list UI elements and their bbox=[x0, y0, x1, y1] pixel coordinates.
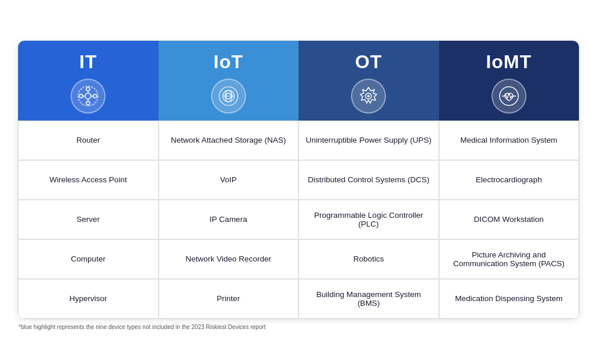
footnote: *blue highlight represents the nine devi… bbox=[17, 324, 266, 330]
cell-it-2: Wireless Access Point bbox=[18, 160, 159, 200]
svg-point-9 bbox=[78, 86, 98, 106]
cell-it-5: Hypervisor bbox=[18, 279, 159, 319]
cell-iot-2: VoIP bbox=[159, 160, 299, 200]
cell-it-3: Server bbox=[18, 200, 159, 239]
svg-point-4 bbox=[93, 94, 97, 98]
header-iomt: IoMT bbox=[439, 41, 580, 121]
cell-iomt-4: Picture Archiving and Communication Syst… bbox=[439, 239, 580, 279]
iot-icon bbox=[211, 79, 246, 114]
header-iot-title: IoT bbox=[213, 51, 243, 73]
cell-ot-3: Programmable Logic Controller (PLC) bbox=[298, 200, 439, 239]
data-grid: Router Network Attached Storage (NAS) Un… bbox=[18, 121, 579, 319]
svg-point-16 bbox=[367, 95, 370, 97]
cell-iot-4: Network Video Recorder bbox=[159, 239, 299, 279]
cell-ot-4: Robotics bbox=[298, 239, 439, 279]
header-iomt-title: IoMT bbox=[486, 51, 532, 73]
cell-iot-3: IP Camera bbox=[159, 200, 299, 239]
cell-ot-1: Uninterruptible Power Supply (UPS) bbox=[298, 121, 439, 160]
page-wrapper: IT bbox=[0, 0, 597, 364]
svg-point-1 bbox=[86, 87, 90, 91]
cell-ot-2: Distributed Control Systems (DCS) bbox=[298, 160, 439, 200]
cell-iomt-2: Electrocardiograph bbox=[439, 160, 580, 200]
cell-iot-1: Network Attached Storage (NAS) bbox=[159, 121, 299, 160]
header-it: IT bbox=[18, 41, 159, 121]
header-row: IT bbox=[18, 41, 579, 121]
header-iot: IoT bbox=[159, 41, 299, 121]
svg-point-3 bbox=[79, 94, 83, 98]
cell-ot-5: Building Management System (BMS) bbox=[298, 279, 439, 319]
cell-it-4: Computer bbox=[18, 239, 159, 279]
header-it-title: IT bbox=[79, 51, 97, 73]
cell-iomt-1: Medical Information System bbox=[439, 121, 580, 160]
cell-iomt-5: Medication Dispensing System bbox=[439, 279, 580, 319]
header-ot-title: OT bbox=[355, 51, 382, 73]
cell-it-1: Router bbox=[18, 121, 159, 160]
cell-iomt-3: DICOM Workstation bbox=[439, 200, 580, 239]
header-ot: OT bbox=[298, 41, 439, 121]
svg-point-2 bbox=[86, 101, 90, 105]
cell-iot-5: Printer bbox=[159, 279, 299, 319]
svg-point-0 bbox=[85, 93, 91, 99]
it-icon bbox=[71, 79, 106, 114]
main-table: IT bbox=[17, 40, 580, 319]
ot-icon bbox=[351, 79, 386, 114]
iomt-icon bbox=[491, 79, 526, 114]
